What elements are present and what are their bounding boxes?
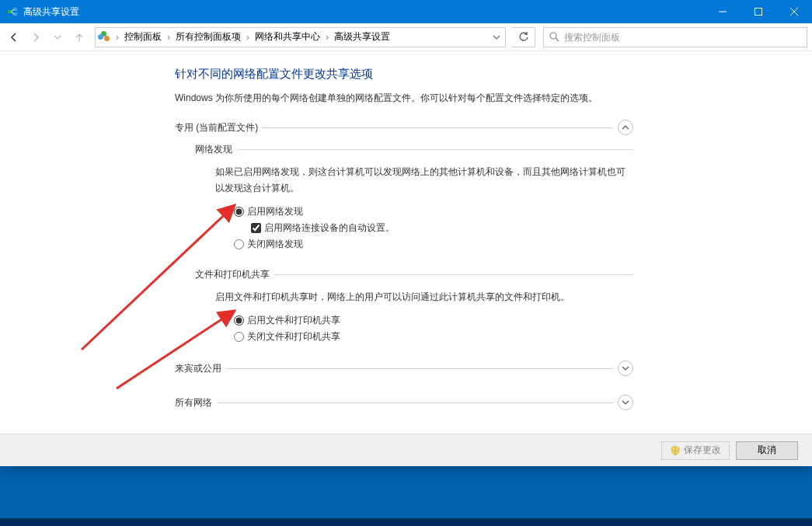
breadcrumb-item[interactable]: 网络和共享中心 bbox=[253, 28, 322, 47]
page-description: Windows 为你所使用的每个网络创建单独的网络配置文件。你可以针对每个配置文… bbox=[175, 91, 633, 106]
svg-rect-4 bbox=[755, 9, 762, 16]
svg-rect-0 bbox=[8, 10, 12, 13]
svg-rect-1 bbox=[13, 8, 17, 11]
breadcrumb-sep[interactable]: › bbox=[243, 28, 253, 47]
breadcrumb-sep[interactable]: › bbox=[113, 28, 122, 47]
close-button[interactable] bbox=[776, 0, 812, 23]
breadcrumb-sep[interactable]: › bbox=[164, 28, 173, 47]
discovery-description: 如果已启用网络发现，则这台计算机可以发现网络上的其他计算机和设备，而且其他网络计… bbox=[215, 164, 633, 196]
section-label: 专用 (当前配置文件) bbox=[175, 121, 263, 134]
subsection-discovery-header: 网络发现 bbox=[195, 143, 633, 156]
breadcrumb-item[interactable]: 所有控制面板项 bbox=[173, 28, 243, 47]
recent-dropdown[interactable] bbox=[48, 28, 67, 47]
section-guest-header[interactable]: 来宾或公用 bbox=[175, 361, 633, 376]
checkbox-auto-setup[interactable]: 启用网络连接设备的自动设置。 bbox=[251, 221, 633, 235]
save-button[interactable]: 保存更改 bbox=[661, 441, 730, 460]
taskbar bbox=[0, 518, 812, 526]
address-dropdown[interactable] bbox=[488, 33, 505, 41]
window: 高级共享设置 › 控制面板 › 所有控制面板项 › 网络和共享中心 › 高级共享… bbox=[0, 0, 812, 466]
section-label: 所有网络 bbox=[175, 396, 217, 409]
footer: 保存更改 取消 bbox=[0, 434, 812, 466]
breadcrumb-sep[interactable]: › bbox=[322, 28, 332, 47]
maximize-button[interactable] bbox=[741, 0, 776, 23]
chevron-up-icon bbox=[618, 120, 633, 135]
page-heading: 针对不同的网络配置文件更改共享选项 bbox=[175, 67, 633, 82]
radio-discovery-on[interactable]: 启用网络发现 bbox=[234, 205, 633, 218]
address-bar[interactable]: › 控制面板 › 所有控制面板项 › 网络和共享中心 › 高级共享设置 bbox=[95, 27, 506, 47]
window-title: 高级共享设置 bbox=[23, 5, 705, 19]
section-allnetworks-header[interactable]: 所有网络 bbox=[175, 395, 633, 410]
section-label: 来宾或公用 bbox=[175, 362, 226, 375]
chevron-down-icon bbox=[618, 361, 633, 376]
breadcrumb-item[interactable]: 控制面板 bbox=[122, 28, 164, 47]
up-button[interactable] bbox=[70, 28, 89, 47]
radio-fileshare-off[interactable]: 关闭文件和打印机共享 bbox=[234, 330, 633, 343]
back-button[interactable] bbox=[5, 28, 23, 47]
navbar: › 控制面板 › 所有控制面板项 › 网络和共享中心 › 高级共享设置 bbox=[0, 23, 812, 51]
refresh-button[interactable] bbox=[512, 27, 535, 47]
radio-fileshare-on[interactable]: 启用文件和打印机共享 bbox=[234, 314, 633, 327]
shield-icon bbox=[670, 445, 681, 456]
search-box[interactable] bbox=[543, 27, 807, 47]
svg-rect-2 bbox=[13, 12, 17, 16]
svg-line-8 bbox=[556, 38, 559, 41]
control-panel-icon bbox=[96, 31, 113, 44]
fileshare-description: 启用文件和打印机共享时，网络上的用户可以访问通过此计算机共享的文件和打印机。 bbox=[215, 289, 633, 305]
minimize-button[interactable] bbox=[705, 0, 741, 23]
chevron-down-icon bbox=[618, 395, 633, 410]
window-icon bbox=[6, 5, 19, 18]
subsection-fileshare-header: 文件和打印机共享 bbox=[195, 268, 633, 281]
svg-point-7 bbox=[550, 33, 556, 39]
radio-discovery-off[interactable]: 关闭网络发现 bbox=[234, 238, 633, 251]
search-icon bbox=[544, 32, 564, 42]
breadcrumb-item[interactable]: 高级共享设置 bbox=[332, 28, 392, 47]
cancel-button[interactable]: 取消 bbox=[736, 441, 798, 460]
forward-button[interactable] bbox=[26, 28, 45, 47]
content-area: 针对不同的网络配置文件更改共享选项 Windows 为你所使用的每个网络创建单独… bbox=[0, 51, 812, 434]
titlebar: 高级共享设置 bbox=[0, 0, 812, 23]
search-input[interactable] bbox=[564, 32, 807, 43]
section-private-header[interactable]: 专用 (当前配置文件) bbox=[175, 120, 633, 135]
